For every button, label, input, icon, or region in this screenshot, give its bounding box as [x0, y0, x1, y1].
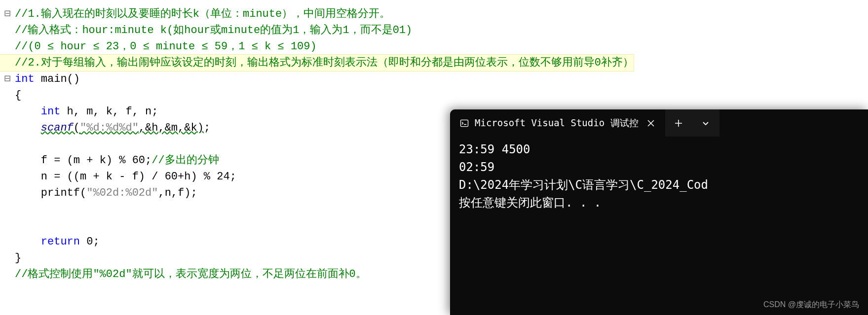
code-token: "%d:%d%d"	[80, 122, 139, 134]
code-token	[15, 203, 21, 215]
terminal-tab[interactable]: Microsoft Visual Studio 调试控	[450, 109, 665, 137]
code-token: scanf	[41, 122, 74, 134]
code-token	[15, 236, 41, 248]
gutter	[0, 55, 15, 71]
code-line[interactable]: //2.对于每组输入，输出闹钟应该设定的时刻，输出格式为标准时刻表示法（即时和分…	[0, 55, 634, 71]
code-line[interactable]: //(0 ≤ hour ≤ 23，0 ≤ minute ≤ 59，1 ≤ k ≤…	[0, 38, 634, 55]
gutter	[0, 217, 15, 234]
gutter	[0, 201, 15, 217]
code-token: //输入格式：hour:minute k(如hour或minute的值为1，输入…	[15, 24, 412, 36]
gutter	[0, 152, 15, 169]
code-token: "%02d:%02d"	[86, 187, 158, 199]
close-icon[interactable]	[643, 116, 658, 131]
code-token: main()	[35, 73, 80, 85]
code-line[interactable]: ⊟//1.输入现在的时刻以及要睡的时长k（单位：minute），中间用空格分开。	[0, 6, 634, 22]
code-token	[15, 105, 41, 118]
terminal-titlebar[interactable]: Microsoft Visual Studio 调试控	[450, 109, 868, 137]
gutter	[0, 38, 15, 55]
debug-console-window[interactable]: Microsoft Visual Studio 调试控 23:59 4500 0…	[450, 109, 868, 315]
gutter	[0, 234, 15, 250]
svg-rect-0	[461, 120, 468, 126]
code-token	[15, 122, 41, 134]
code-token: h, m, k, f, n;	[60, 105, 158, 118]
code-token: //2.对于每组输入，输出闹钟应该设定的时刻，输出格式为标准时刻表示法（即时和分…	[15, 57, 634, 69]
gutter	[0, 87, 15, 104]
code-token: }	[15, 252, 21, 264]
code-token: //多出的分钟	[151, 154, 219, 167]
code-token: ,&h,&m,&k)	[139, 122, 204, 134]
cmd-icon	[459, 118, 470, 129]
gutter	[0, 136, 15, 152]
fold-toggle[interactable]: ⊟	[0, 71, 15, 87]
code-token: 0;	[80, 236, 100, 248]
code-token: printf(	[15, 187, 86, 199]
tab-dropdown-button[interactable]	[692, 109, 719, 137]
watermark-text: CSDN @虔诚的电子小菜鸟	[763, 300, 859, 310]
code-line[interactable]: //输入格式：hour:minute k(如hour或minute的值为1，输入…	[0, 22, 634, 38]
code-token: return	[41, 236, 80, 248]
code-token: {	[15, 89, 21, 102]
code-token: ;	[204, 122, 210, 134]
code-token: ,n,f);	[158, 187, 197, 199]
gutter	[0, 169, 15, 185]
gutter	[0, 266, 15, 282]
gutter	[0, 104, 15, 120]
code-token: int	[15, 73, 35, 85]
gutter	[0, 120, 15, 136]
code-line[interactable]: {	[0, 87, 634, 104]
code-token: f = (m + k) % 60;	[15, 154, 151, 167]
terminal-tab-title: Microsoft Visual Studio 调试控	[475, 117, 639, 130]
gutter	[0, 22, 15, 38]
code-token: int	[41, 105, 61, 118]
code-token: //1.输入现在的时刻以及要睡的时长k（单位：minute），中间用空格分开。	[15, 8, 390, 20]
gutter	[0, 185, 15, 201]
code-token: //(0 ≤ hour ≤ 23，0 ≤ minute ≤ 59，1 ≤ k ≤…	[15, 40, 317, 53]
code-token	[15, 219, 21, 232]
code-token: //格式控制使用"%02d"就可以，表示宽度为两位，不足两位在前面补0。	[15, 268, 367, 280]
gutter	[0, 250, 15, 266]
code-token: (	[74, 122, 80, 134]
new-tab-button[interactable]	[665, 109, 692, 137]
fold-toggle[interactable]: ⊟	[0, 6, 15, 22]
code-token: n = ((m + k - f) / 60+h) % 24;	[15, 171, 236, 183]
code-line[interactable]: ⊟int main()	[0, 71, 634, 87]
terminal-output[interactable]: 23:59 4500 02:59 D:\2024年学习计划\C语言学习\C_20…	[450, 137, 868, 215]
code-token	[15, 138, 21, 150]
